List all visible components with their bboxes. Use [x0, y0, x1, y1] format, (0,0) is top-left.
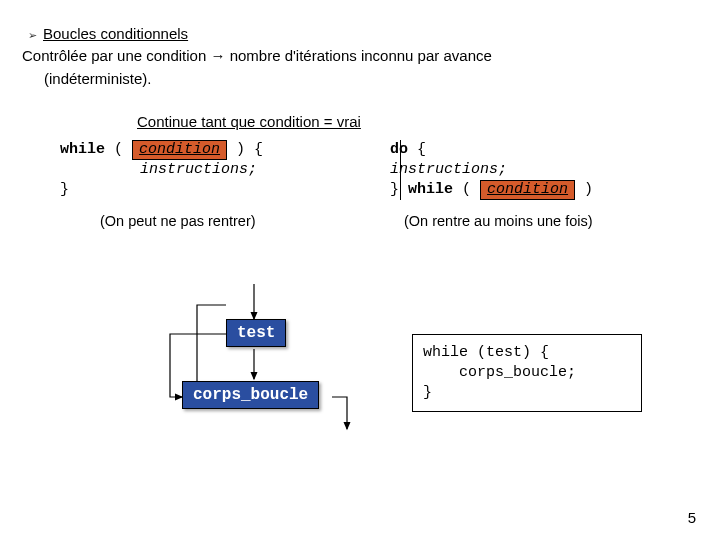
- bullet-chevron-icon: ➢: [28, 28, 37, 43]
- condition-box: condition: [132, 140, 227, 160]
- heading-text: Boucles conditionnels: [43, 24, 188, 44]
- bulleted-heading: ➢ Boucles conditionnels: [22, 24, 698, 44]
- page-number: 5: [688, 509, 696, 526]
- code-box: while (test) { corps_boucle; }: [412, 334, 642, 413]
- diagram-arrows: [22, 279, 382, 449]
- do-while-example: do { instructions; } while ( condition )…: [360, 140, 698, 229]
- diagram-test-box: test: [226, 319, 286, 347]
- description-line-2: (indéterministe).: [22, 69, 698, 89]
- column-divider: [400, 140, 401, 200]
- arrow-icon: →: [210, 47, 225, 64]
- diagram-body-box: corps_boucle: [182, 381, 319, 409]
- flow-diagram: test corps_boucle while (test) { corps_b…: [22, 279, 698, 449]
- while-caption: (On peut ne pas rentrer): [60, 213, 360, 229]
- while-example: while ( condition ) { instructions; } (O…: [60, 140, 360, 229]
- description-line-1: Contrôlée par une condition → nombre d'i…: [22, 46, 698, 66]
- do-while-caption: (On rentre au moins une fois): [390, 213, 698, 229]
- section-title: Continue tant que condition = vrai: [137, 113, 698, 130]
- condition-box: condition: [480, 180, 575, 200]
